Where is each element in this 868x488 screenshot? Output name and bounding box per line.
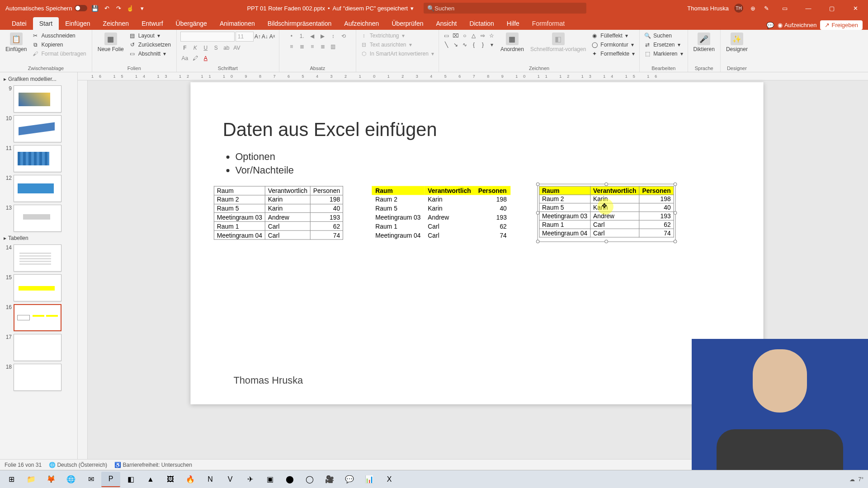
shape-star-icon[interactable]: ☆ bbox=[488, 32, 496, 40]
align-right-button[interactable]: ≡ bbox=[308, 42, 317, 51]
shapes-gallery[interactable]: ▭⌧○△⇨☆ ╲↘∿{}▾ bbox=[443, 32, 496, 49]
comments-icon[interactable]: 💬 bbox=[766, 22, 774, 29]
new-slide-button[interactable]: ▦Neue Folie bbox=[96, 32, 126, 53]
start-button[interactable]: ⊞ bbox=[2, 472, 21, 487]
select-button[interactable]: ⬚Markieren ▾ bbox=[643, 50, 684, 58]
increase-font-icon[interactable]: A↑ bbox=[255, 33, 261, 40]
thumb-18[interactable] bbox=[14, 364, 61, 391]
text-dir-button[interactable]: ⟲ bbox=[339, 32, 348, 41]
table-2-yellow[interactable]: RaumVerantwortlichPersonen Raum 2Karin19… bbox=[372, 186, 510, 240]
layout-button[interactable]: ▤Layout ▾ bbox=[128, 32, 173, 40]
slide-bullets[interactable]: Optionen Vor/Nachteile bbox=[223, 150, 294, 178]
tab-ansicht[interactable]: Ansicht bbox=[429, 17, 463, 30]
text-direction-button[interactable]: ↕Textrichtung ▾ bbox=[360, 32, 435, 40]
highlight-button[interactable]: 🖍 bbox=[191, 54, 200, 63]
tab-animationen[interactable]: Animationen bbox=[213, 17, 261, 30]
indent-dec-button[interactable]: ◀ bbox=[308, 32, 317, 41]
tb-photos-icon[interactable]: 🖼 bbox=[161, 472, 180, 487]
tab-dictation[interactable]: Dictation bbox=[463, 17, 500, 30]
align-center-button[interactable]: ≣ bbox=[297, 42, 307, 51]
reset-button[interactable]: ↺Zurücksetzen bbox=[128, 41, 173, 49]
copy-button[interactable]: ⧉Kopieren bbox=[31, 41, 88, 49]
decrease-font-icon[interactable]: A↓ bbox=[262, 33, 268, 40]
arrange-button[interactable]: ▦Anordnen bbox=[499, 32, 526, 53]
save-icon[interactable]: 💾 bbox=[91, 4, 99, 12]
bold-button[interactable]: F bbox=[180, 43, 189, 52]
shadow-button[interactable]: ab bbox=[222, 43, 231, 52]
outline-button[interactable]: ◯Formkontur ▾ bbox=[590, 41, 636, 49]
shape-arrow-icon[interactable]: ⇨ bbox=[479, 32, 487, 40]
font-color-button[interactable]: A bbox=[201, 54, 210, 63]
search-input[interactable] bbox=[434, 5, 583, 12]
weather-icon[interactable]: ☁ bbox=[849, 476, 855, 483]
designer-button[interactable]: ✨Designer bbox=[724, 32, 750, 53]
tab-ueberpruefen[interactable]: Überprüfen bbox=[385, 17, 429, 30]
toggle-switch[interactable] bbox=[75, 5, 87, 11]
section-button[interactable]: ▭Abschnitt ▾ bbox=[128, 50, 173, 58]
autosave-toggle[interactable]: Automatisches Speichern bbox=[5, 5, 87, 12]
undo-icon[interactable]: ↶ bbox=[103, 4, 111, 12]
handle-s[interactable] bbox=[604, 239, 608, 243]
tab-zeichnen[interactable]: Zeichnen bbox=[97, 17, 136, 30]
shape-rect-icon[interactable]: ▭ bbox=[443, 32, 451, 40]
tb-app4-icon[interactable]: ◯ bbox=[300, 472, 319, 487]
slide-thumbnails-panel[interactable]: ▸ Grafiken modellier... 9 10 11 12 13 ▸ … bbox=[0, 72, 78, 459]
tab-uebergaenge[interactable]: Übergänge bbox=[170, 17, 213, 30]
tab-hilfe[interactable]: Hilfe bbox=[500, 17, 526, 30]
table-3-wrapper[interactable]: RaumVerantwortlichPersonen Raum 2Karin19… bbox=[539, 186, 674, 240]
slide-author[interactable]: Thomas Hruska bbox=[233, 375, 303, 386]
lang-button[interactable]: 🌐 Deutsch (Österreich) bbox=[49, 462, 107, 468]
underline-button[interactable]: U bbox=[201, 43, 210, 52]
thumb-17[interactable] bbox=[14, 334, 61, 361]
shape-textbox-icon[interactable]: ⌧ bbox=[452, 32, 460, 40]
find-button[interactable]: 🔍Suchen bbox=[643, 32, 684, 40]
tab-entwurf[interactable]: Entwurf bbox=[135, 17, 169, 30]
tb-obs-icon[interactable]: ⬤ bbox=[280, 472, 299, 487]
avatar[interactable]: TH bbox=[734, 4, 743, 13]
thumb-10[interactable] bbox=[14, 115, 61, 142]
tb-powerpoint-icon[interactable]: P bbox=[101, 472, 120, 487]
section-header-2[interactable]: ▸ Tabellen bbox=[0, 233, 77, 243]
tab-datei[interactable]: Datei bbox=[5, 17, 33, 30]
touch-mode-icon[interactable]: ☝ bbox=[126, 4, 134, 12]
close-icon[interactable]: ✕ bbox=[846, 0, 864, 16]
font-family-input[interactable] bbox=[180, 32, 235, 42]
tb-chrome-icon[interactable]: 🌐 bbox=[61, 472, 80, 487]
handle-se[interactable] bbox=[674, 239, 677, 243]
thumb-14[interactable] bbox=[14, 244, 61, 272]
quick-styles-button[interactable]: ◧Schnellformat-vorlagen bbox=[528, 32, 588, 53]
tab-bildschirm[interactable]: Bildschirmpräsentation bbox=[261, 17, 338, 30]
record-button[interactable]: ◉ Aufzeichnen bbox=[778, 22, 817, 28]
columns-button[interactable]: ▥ bbox=[329, 42, 338, 51]
fill-button[interactable]: ◉Fülleffekt ▾ bbox=[590, 32, 636, 40]
case-button[interactable]: Aa bbox=[180, 54, 189, 63]
share-button[interactable]: ↗ Freigeben bbox=[820, 20, 863, 30]
pen-icon[interactable]: ✎ bbox=[762, 4, 770, 12]
clear-format-icon[interactable]: Aᵡ bbox=[269, 33, 275, 40]
indent-inc-button[interactable]: ▶ bbox=[318, 32, 327, 41]
slide-title[interactable]: Daten aus Excel einfügen bbox=[223, 119, 437, 141]
shape-brace-icon[interactable]: { bbox=[470, 41, 478, 49]
tb-app3-icon[interactable]: ▣ bbox=[260, 472, 279, 487]
handle-e[interactable] bbox=[674, 211, 677, 215]
shape-brace2-icon[interactable]: } bbox=[479, 41, 487, 49]
dictate-button[interactable]: 🎤Diktieren bbox=[692, 32, 717, 53]
bullets-button[interactable]: • bbox=[287, 32, 296, 41]
tb-zoom-icon[interactable]: 🎥 bbox=[320, 472, 339, 487]
accessibility-button[interactable]: ♿ Barrierefreiheit: Untersuchen bbox=[114, 462, 192, 468]
thumb-16[interactable] bbox=[14, 304, 61, 331]
tab-start[interactable]: Start bbox=[33, 17, 59, 30]
thumb-9[interactable] bbox=[14, 85, 61, 113]
align-left-button[interactable]: ≡ bbox=[287, 42, 296, 51]
tb-excel-icon[interactable]: X bbox=[380, 472, 399, 487]
thumb-11[interactable] bbox=[14, 145, 61, 172]
search-box[interactable]: 🔍 bbox=[424, 3, 586, 14]
tb-app1-icon[interactable]: ◧ bbox=[121, 472, 140, 487]
tb-onenote-icon[interactable]: N bbox=[201, 472, 220, 487]
tb-visio-icon[interactable]: V bbox=[221, 472, 240, 487]
chevron-down-icon[interactable]: ▾ bbox=[410, 5, 414, 12]
table-1-plain[interactable]: RaumVerantwortlichPersonen Raum 2Karin19… bbox=[214, 186, 343, 240]
numbering-button[interactable]: 1. bbox=[297, 32, 307, 41]
minimize-icon[interactable]: — bbox=[799, 0, 817, 16]
shape-curve-icon[interactable]: ∿ bbox=[461, 41, 469, 49]
